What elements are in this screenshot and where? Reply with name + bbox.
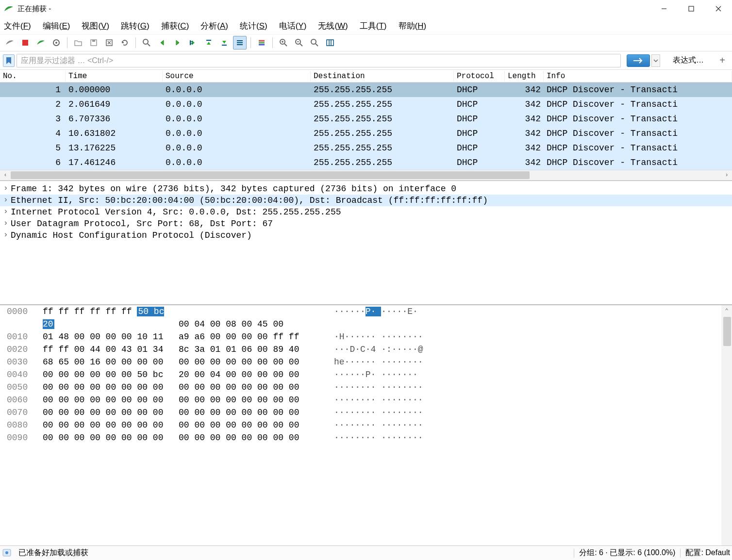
filter-dropdown-icon[interactable]	[651, 54, 660, 67]
packet-row[interactable]: 617.4612460.0.0.0255.255.255.255DHCP342 …	[0, 155, 732, 170]
packet-list-header[interactable]: No. Time Source Destination Protocol Len…	[0, 70, 732, 82]
capture-options-icon[interactable]	[50, 36, 63, 49]
menu-edit[interactable]: 编辑(E)	[43, 20, 70, 32]
toolbar-separator	[135, 37, 136, 48]
restart-capture-icon[interactable]	[34, 36, 48, 49]
menu-telephony[interactable]: 电话(Y)	[279, 20, 307, 32]
packet-row[interactable]: 22.0616490.0.0.0255.255.255.255DHCP342 D…	[0, 97, 732, 112]
zoom-out-icon[interactable]	[292, 36, 306, 49]
detail-line[interactable]: Dynamic Host Configuration Protocol (Dis…	[0, 230, 732, 241]
detail-line[interactable]: User Datagram Protocol, Src Port: 68, Ds…	[0, 218, 732, 230]
hex-row[interactable]: 009000 00 00 00 00 00 00 00 00 00 00 00 …	[0, 431, 732, 444]
expression-button[interactable]: 表达式…	[666, 54, 711, 67]
packet-details[interactable]: Frame 1: 342 bytes on wire (2736 bits), …	[0, 181, 732, 305]
menu-go[interactable]: 跳转(G)	[121, 20, 150, 32]
menu-wireless[interactable]: 无线(W)	[318, 20, 348, 32]
menu-file[interactable]: 文件(F)	[4, 20, 31, 32]
col-header-time[interactable]: Time	[66, 71, 163, 82]
go-back-icon[interactable]	[155, 36, 169, 49]
zoom-reset-icon[interactable]	[308, 36, 321, 49]
add-filter-button[interactable]: +	[715, 54, 729, 67]
col-header-length[interactable]: Length	[505, 71, 544, 82]
menu-tools[interactable]: 工具(T)	[360, 20, 387, 32]
zoom-in-icon[interactable]	[277, 36, 290, 49]
expert-info-icon[interactable]	[2, 548, 14, 558]
stop-capture-icon[interactable]	[18, 36, 32, 49]
scroll-left-icon[interactable]: ‹	[0, 170, 11, 180]
titlebar: 正在捕获 -	[0, 0, 732, 17]
statusbar-separator	[574, 549, 574, 558]
go-forward-icon[interactable]	[171, 36, 184, 49]
scroll-thumb[interactable]	[723, 317, 731, 346]
col-header-source[interactable]: Source	[163, 71, 311, 82]
detail-line[interactable]: Ethernet II, Src: 50:bc:20:00:04:00 (50:…	[0, 195, 732, 206]
status-ready: 已准备好加载或捕获	[18, 548, 569, 558]
close-file-icon[interactable]	[102, 36, 116, 49]
hex-row[interactable]: 0020ff ff 00 44 00 43 01 34 8c 3a 01 01 …	[0, 343, 732, 356]
status-profile[interactable]: 配置: Default	[685, 548, 730, 558]
scroll-thumb[interactable]	[11, 171, 530, 179]
save-file-icon[interactable]	[87, 36, 100, 49]
status-packets: 分组: 6 · 已显示: 6 (100.0%)	[579, 548, 675, 558]
svg-line-30	[300, 44, 302, 46]
window-title: 正在捕获 -	[17, 4, 650, 14]
scroll-right-icon[interactable]: ›	[721, 170, 732, 180]
auto-scroll-icon[interactable]	[233, 36, 247, 49]
statusbar-separator	[680, 549, 681, 558]
menu-stats[interactable]: 统计(S)	[240, 20, 267, 32]
open-file-icon[interactable]	[71, 36, 85, 49]
hex-row[interactable]: 008000 00 00 00 00 00 00 00 00 00 00 00 …	[0, 419, 732, 431]
hex-row[interactable]: 007000 00 00 00 00 00 00 00 00 00 00 00 …	[0, 406, 732, 419]
hex-row[interactable]: 0000ff ff ff ff ff ff 50 bc 2000 04 00 0…	[0, 305, 732, 330]
display-filter-input[interactable]	[17, 54, 621, 67]
packet-row[interactable]: 10.0000000.0.0.0255.255.255.255DHCP342 D…	[0, 82, 732, 97]
menu-capture[interactable]: 捕获(C)	[161, 20, 189, 32]
go-first-icon[interactable]	[202, 36, 216, 49]
svg-point-12	[143, 39, 148, 44]
colorize-icon[interactable]	[255, 36, 268, 49]
h-scrollbar[interactable]: ‹ ›	[0, 170, 732, 181]
menu-analyze[interactable]: 分析(A)	[200, 20, 228, 32]
col-header-info[interactable]: Info	[544, 71, 732, 82]
go-last-icon[interactable]	[217, 36, 231, 49]
svg-rect-8	[92, 40, 95, 42]
scroll-up-icon[interactable]: ⌃	[721, 305, 732, 316]
reload-icon[interactable]	[118, 36, 132, 49]
minimize-button[interactable]	[650, 0, 678, 17]
packet-list: No. Time Source Destination Protocol Len…	[0, 70, 732, 181]
hex-row[interactable]: 004000 00 00 00 00 00 50 bc 20 00 04 00 …	[0, 368, 732, 381]
resize-columns-icon[interactable]	[323, 36, 337, 49]
find-icon[interactable]	[140, 36, 153, 49]
hex-row[interactable]: 003068 65 00 16 00 00 00 00 00 00 00 00 …	[0, 356, 732, 368]
packet-row[interactable]: 36.7073360.0.0.0255.255.255.255DHCP342 D…	[0, 112, 732, 126]
svg-point-32	[311, 39, 316, 44]
packet-bytes[interactable]: 0000ff ff ff ff ff ff 50 bc 2000 04 00 0…	[0, 305, 732, 545]
hex-row[interactable]: 005000 00 00 00 00 00 00 00 00 00 00 00 …	[0, 381, 732, 394]
col-header-protocol[interactable]: Protocol	[454, 71, 505, 82]
col-header-no[interactable]: No.	[0, 71, 66, 82]
menu-view[interactable]: 视图(V)	[82, 20, 109, 32]
svg-line-33	[316, 44, 318, 46]
menu-help[interactable]: 帮助(H)	[399, 20, 427, 32]
toolbar-separator	[272, 37, 273, 48]
detail-line[interactable]: Frame 1: 342 bytes on wire (2736 bits), …	[0, 183, 732, 195]
apply-filter-button[interactable]	[627, 54, 650, 67]
svg-rect-4	[22, 40, 28, 46]
hex-row[interactable]: 001001 48 00 00 00 00 10 11 a9 a6 00 00 …	[0, 330, 732, 343]
bookmark-icon[interactable]	[3, 54, 15, 67]
detail-line[interactable]: Internet Protocol Version 4, Src: 0.0.0.…	[0, 206, 732, 218]
start-capture-icon[interactable]	[3, 36, 17, 49]
menubar: 文件(F) 编辑(E) 视图(V) 跳转(G) 捕获(C) 分析(A) 统计(S…	[0, 17, 732, 34]
packet-row[interactable]: 513.1762250.0.0.0255.255.255.255DHCP342 …	[0, 141, 732, 155]
toolbar-separator	[67, 37, 67, 48]
close-button[interactable]	[705, 0, 732, 17]
svg-line-13	[148, 44, 150, 46]
packet-row[interactable]: 410.6318020.0.0.0255.255.255.255DHCP342 …	[0, 126, 732, 141]
maximize-button[interactable]	[678, 0, 705, 17]
col-header-destination[interactable]: Destination	[311, 71, 454, 82]
go-to-packet-icon[interactable]	[186, 36, 200, 49]
toolbar-separator	[250, 37, 251, 48]
svg-rect-1	[689, 6, 694, 11]
hex-row[interactable]: 006000 00 00 00 00 00 00 00 00 00 00 00 …	[0, 394, 732, 406]
v-scrollbar[interactable]: ⌃	[721, 305, 732, 545]
